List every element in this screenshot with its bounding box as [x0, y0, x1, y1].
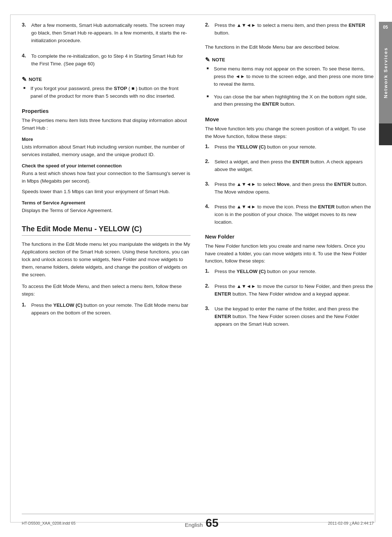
- note-label-left: NOTE: [29, 77, 42, 82]
- step-3: 3. After a few moments, Smart Hub automa…: [22, 22, 191, 48]
- edit-mode-access: To access the Edit Mode Menu, and then s…: [22, 283, 191, 298]
- check-heading: Check the speed of your internet connect…: [22, 163, 191, 168]
- move-step-4: 4. Press the ▲▼◄► to move the icon. Pres…: [205, 203, 374, 229]
- chapter-number: 05: [379, 25, 392, 30]
- note-icon-left: ✎: [22, 76, 26, 83]
- move-step-1-text: Press the YELLOW (C) button on your remo…: [215, 143, 317, 151]
- move-step-2: 2. Select a widget, and then press the E…: [205, 158, 374, 176]
- right-step-2-num: 2.: [205, 22, 212, 40]
- note-item-right-2: ■ You can close the bar when highlightin…: [205, 93, 374, 111]
- border-left: [10, 15, 11, 522]
- terms-text: Displays the Terms of Service Agreement.: [22, 207, 191, 215]
- left-column: 3. After a few moments, Smart Hub automa…: [22, 22, 191, 335]
- check-text-1: Runs a test which shows how fast your co…: [22, 170, 191, 185]
- note-text-right-1: Some menu items may not appear on the sc…: [214, 65, 374, 88]
- two-column-layout: 3. After a few moments, Smart Hub automa…: [22, 22, 374, 335]
- move-heading: Move: [205, 116, 374, 122]
- edit-mode-section: The Edit Mode Menu - YELLOW (C) The func…: [22, 225, 191, 320]
- footer-right: 2011-02-09 ¿ÀÀû 2:44:17: [328, 521, 374, 525]
- step-4-number: 4.: [22, 53, 28, 71]
- move-step-4-text: Press the ▲▼◄► to move the icon. Press t…: [215, 203, 374, 226]
- terms-heading: Terms of Service Agreement: [22, 200, 191, 206]
- properties-intro: The Properties menu item lists three fun…: [22, 117, 191, 132]
- tab-accent: [379, 123, 392, 145]
- new-folder-step-3-num: 3.: [205, 305, 212, 331]
- move-step-4-num: 4.: [205, 203, 212, 229]
- move-step-3-text: Press the ▲▼◄► to select Move, and then …: [215, 181, 374, 196]
- note-title-right: ✎ NOTE: [205, 56, 374, 63]
- new-folder-step-3: 3. Use the keypad to enter the name of t…: [205, 305, 374, 331]
- move-intro: The Move function lets you change the sc…: [205, 125, 374, 141]
- step-4-text: To complete the re-initialization, go to…: [31, 53, 191, 68]
- properties-section: Properties The Properties menu item list…: [22, 108, 191, 214]
- note-label-right: NOTE: [212, 57, 225, 62]
- new-folder-heading: New Folder: [205, 233, 374, 240]
- page: 05 Network Services 3. After a few momen…: [0, 0, 392, 537]
- new-folder-step-1-num: 1.: [205, 268, 212, 278]
- note-item-left-1: ■ If you forgot your password, press the…: [22, 85, 191, 103]
- new-folder-step-3-text: Use the keypad to enter the name of the …: [215, 305, 374, 328]
- page-number: 65: [206, 516, 219, 530]
- move-section: Move The Move function lets you change t…: [205, 116, 374, 229]
- page-footer: HT-D5500_XAA_0208.indd 65 English 65 201…: [22, 514, 374, 530]
- note-bullet-left-1: ■: [23, 86, 28, 103]
- new-folder-step-1-text: Press the YELLOW (C) button on your remo…: [215, 268, 317, 276]
- note-item-right-1: ■ Some menu items may not appear on the …: [205, 65, 374, 91]
- note-bullet-right-2: ■: [207, 94, 211, 111]
- edit-mode-step-1-text: Press the YELLOW (C) button on your remo…: [31, 302, 191, 317]
- step-4: 4. To complete the re-initialization, go…: [22, 53, 191, 71]
- edit-mode-intro: The functions in the Edit Mode menu let …: [22, 241, 191, 279]
- note-title-left: ✎ NOTE: [22, 76, 191, 83]
- chapter-tab: 05 Network Services: [379, 22, 392, 123]
- english-label: English: [185, 522, 203, 528]
- check-text-2: Speeds lower than 1.5 Mbps can limit you…: [22, 188, 191, 196]
- new-folder-intro: The New Folder function lets you create …: [205, 243, 374, 265]
- footer-left: HT-D5500_XAA_0208.indd 65: [22, 521, 75, 525]
- move-step-1: 1. Press the YELLOW (C) button on your r…: [205, 143, 374, 154]
- note-bullet-right-1: ■: [207, 66, 211, 91]
- note-icon-right: ✎: [205, 56, 210, 63]
- edit-mode-step-1: 1. Press the YELLOW (C) button on your r…: [22, 302, 191, 320]
- properties-heading: Properties: [22, 108, 191, 114]
- new-folder-step-2-text: Press the ▲▼◄► to move the cursor to New…: [215, 283, 374, 298]
- note-text-right-2: You can close the bar when highlighting …: [214, 93, 374, 109]
- right-step-2-text: Press the ▲▼◄► to select a menu item, an…: [215, 22, 374, 37]
- step-3-text: After a few moments, Smart Hub automatic…: [31, 22, 191, 45]
- more-text: Lists information about Smart Hub includ…: [22, 143, 191, 159]
- edit-mode-heading: The Edit Mode Menu - YELLOW (C): [22, 225, 191, 236]
- note-text-left-1: If you forgot your password, press the S…: [30, 85, 191, 100]
- chapter-title: Network Services: [383, 47, 388, 98]
- move-step-3: 3. Press the ▲▼◄► to select Move, and th…: [205, 181, 374, 199]
- new-folder-step-1: 1. Press the YELLOW (C) button on your r…: [205, 268, 374, 278]
- new-folder-step-2-num: 2.: [205, 283, 212, 301]
- move-step-2-text: Select a widget, and then press the ENTE…: [215, 158, 374, 174]
- move-step-1-num: 1.: [205, 143, 212, 154]
- right-step-2: 2. Press the ▲▼◄► to select a menu item,…: [205, 22, 374, 40]
- step-3-number: 3.: [22, 22, 28, 48]
- content-area: 3. After a few moments, Smart Hub automa…: [22, 22, 374, 515]
- move-step-2-num: 2.: [205, 158, 212, 176]
- border-top: [10, 15, 375, 15]
- note-box-left: ✎ NOTE ■ If you forgot your password, pr…: [22, 76, 191, 103]
- right-column: 2. Press the ▲▼◄► to select a menu item,…: [205, 22, 374, 335]
- more-heading: More: [22, 137, 191, 142]
- edit-mode-step-1-num: 1.: [22, 302, 28, 320]
- new-folder-step-2: 2. Press the ▲▼◄► to move the cursor to …: [205, 283, 374, 301]
- page-number-area: English 65: [185, 516, 219, 530]
- note-box-right: ✎ NOTE ■ Some menu items may not appear …: [205, 56, 374, 111]
- border-right: [375, 15, 375, 522]
- new-folder-section: New Folder The New Folder function lets …: [205, 233, 374, 331]
- move-step-3-num: 3.: [205, 181, 212, 199]
- functions-text: The functions in the Edit Mode Menu bar …: [205, 44, 374, 51]
